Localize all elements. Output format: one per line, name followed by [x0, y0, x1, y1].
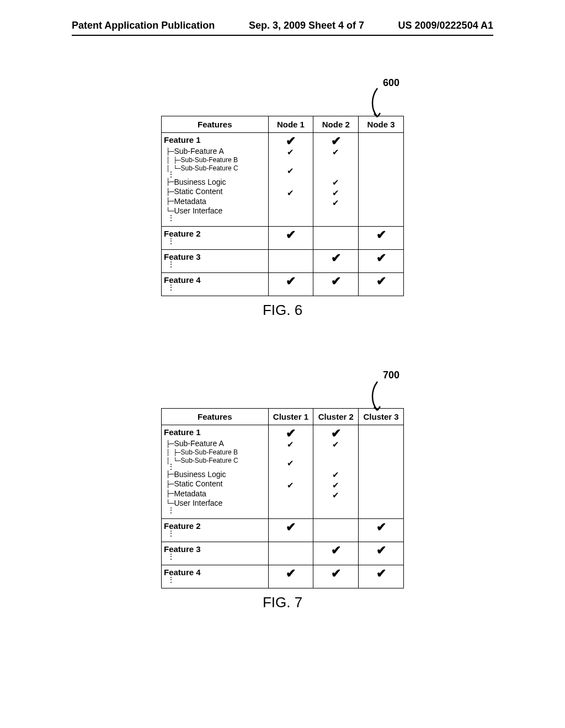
- tree-branch-icon: ├─: [166, 179, 174, 185]
- figure-7: Features Cluster 1 Cluster 2 Cluster 3 F…: [161, 408, 404, 611]
- feature-cluster-table: Features Cluster 1 Cluster 2 Cluster 3 F…: [161, 408, 404, 588]
- checkmark-icon: ✔: [287, 458, 294, 469]
- checkmark-icon: ✔: [286, 274, 296, 288]
- vertical-ellipsis-icon: ⋮: [164, 555, 266, 559]
- cluster-1-checks: ✔ ✔ ✔ ✔: [268, 425, 313, 519]
- checkmark-icon: ✔: [331, 566, 341, 580]
- table-row: Feature 2 ⋮ ✔ ✔: [162, 519, 404, 542]
- feature-4-title: Feature 4: [164, 568, 266, 578]
- vertical-ellipsis-icon: ⋮: [164, 465, 266, 469]
- checkmark-icon: ✔: [376, 251, 386, 265]
- table-row: Feature 2 ⋮ ✔ ✔: [162, 227, 404, 250]
- figure-7-caption: FIG. 7: [161, 594, 404, 611]
- checkmark-icon: ✔: [331, 135, 341, 147]
- col-header-cluster-3: Cluster 3: [359, 409, 404, 425]
- tree-branch-icon: ├─: [166, 481, 174, 488]
- header-center: Sep. 3, 2009 Sheet 4 of 7: [249, 20, 364, 31]
- checkmark-icon: ✔: [376, 566, 386, 580]
- tree-branch-icon: │ ├─: [166, 157, 181, 163]
- metadata: Metadata: [174, 489, 206, 499]
- vertical-ellipsis-icon: ⋮: [164, 532, 266, 536]
- col-header-features: Features: [162, 116, 269, 133]
- figure-6: Features Node 1 Node 2 Node 3 Feature 1 …: [161, 116, 404, 319]
- feature-1-tree: ├─Sub-Feature A │ ├─Sub-Sub-Feature B │ …: [164, 147, 266, 221]
- blank-cell: [268, 542, 313, 565]
- checkmark-icon: ✔: [287, 440, 294, 450]
- table-row: Feature 3 ⋮ ✔ ✔: [162, 542, 404, 565]
- checkmark-icon: ✔: [287, 480, 294, 491]
- blank-cell: [313, 519, 359, 542]
- feature-1-cell: Feature 1 ├─Sub-Feature A │ ├─Sub-Sub-Fe…: [162, 425, 269, 519]
- user-interface: User Interface: [174, 206, 222, 216]
- checkmark-icon: ✔: [286, 566, 296, 580]
- metadata: Metadata: [174, 197, 206, 207]
- business-logic: Business Logic: [174, 178, 226, 188]
- feature-node-table: Features Node 1 Node 2 Node 3 Feature 1 …: [161, 116, 404, 296]
- checkmark-icon: ✔: [287, 166, 294, 176]
- checkmark-icon: ✔: [286, 520, 296, 534]
- checkmark-icon: ✔: [287, 188, 294, 199]
- page-header: Patent Application Publication Sep. 3, 2…: [0, 20, 565, 36]
- checkmark-icon: ✔: [331, 543, 341, 557]
- vertical-ellipsis-icon: ⋮: [164, 578, 266, 582]
- sub-feature-a: Sub-Feature A: [174, 439, 223, 449]
- tree-branch-icon: ├─: [166, 441, 174, 447]
- feature-1-cell: Feature 1 ├─Sub-Feature A │ ├─Sub-Sub-Fe…: [162, 133, 269, 227]
- business-logic: Business Logic: [174, 470, 226, 480]
- col-header-cluster-2: Cluster 2: [313, 409, 359, 425]
- col-header-cluster-1: Cluster 1: [268, 409, 313, 425]
- feature-3-title: Feature 3: [164, 544, 266, 555]
- static-content: Static Content: [174, 187, 222, 197]
- vertical-ellipsis-icon: ⋮: [164, 216, 266, 221]
- cluster-2-checks: ✔ ✔ ✔ ✔ ✔: [313, 425, 359, 519]
- table-row: Feature 1 ├─Sub-Feature A │ ├─Sub-Sub-Fe…: [162, 133, 404, 227]
- blank-cell: [268, 250, 313, 273]
- tree-branch-icon: ├─: [166, 189, 174, 195]
- tree-branch-icon: │ ├─: [166, 449, 181, 456]
- feature-1-tree: ├─Sub-Feature A │ ├─Sub-Sub-Feature B │ …: [164, 439, 266, 513]
- sub-feature-a: Sub-Feature A: [174, 147, 223, 157]
- feature-3-title: Feature 3: [164, 252, 266, 263]
- checkmark-icon: ✔: [287, 147, 294, 158]
- node-3-checks: [359, 133, 404, 227]
- vertical-ellipsis-icon: ⋮: [164, 286, 266, 290]
- header-rule: [72, 35, 493, 36]
- lead-line-arrow-icon: [366, 87, 388, 120]
- checkmark-icon: ✔: [286, 427, 296, 440]
- sub-sub-feature-b: Sub-Sub-Feature B: [181, 448, 238, 457]
- checkmark-icon: ✔: [332, 470, 339, 480]
- tree-branch-icon: ├─: [166, 148, 174, 155]
- node-1-checks: ✔ ✔ ✔ ✔: [268, 133, 313, 227]
- checkmark-icon: ✔: [376, 520, 386, 534]
- checkmark-icon: ✔: [286, 135, 296, 147]
- table-row: Feature 1 ├─Sub-Feature A │ ├─Sub-Sub-Fe…: [162, 425, 404, 519]
- checkmark-icon: ✔: [332, 490, 339, 501]
- user-interface: User Interface: [174, 499, 222, 508]
- tree-branch-icon: ├─: [166, 198, 174, 205]
- cluster-3-checks: [359, 425, 404, 519]
- checkmark-icon: ✔: [376, 543, 386, 557]
- static-content: Static Content: [174, 479, 222, 489]
- sub-sub-feature-c: Sub-Sub-Feature C: [181, 457, 238, 465]
- vertical-ellipsis-icon: ⋮: [164, 239, 266, 244]
- figure-6-caption: FIG. 6: [161, 302, 404, 319]
- checkmark-icon: ✔: [331, 251, 341, 265]
- sub-sub-feature-b: Sub-Sub-Feature B: [181, 156, 238, 164]
- sub-sub-feature-c: Sub-Sub-Feature C: [181, 164, 238, 173]
- table-row: Feature 4 ⋮ ✔ ✔ ✔: [162, 565, 404, 588]
- feature-1-title: Feature 1: [164, 427, 266, 438]
- blank-cell: [313, 227, 359, 250]
- node-2-checks: ✔ ✔ ✔ ✔ ✔: [313, 133, 359, 227]
- checkmark-icon: ✔: [332, 188, 339, 199]
- col-header-node-3: Node 3: [359, 116, 404, 133]
- checkmark-icon: ✔: [332, 178, 339, 188]
- vertical-ellipsis-icon: ⋮: [164, 173, 266, 177]
- vertical-ellipsis-icon: ⋮: [164, 263, 266, 267]
- reference-numeral-700: 700: [383, 370, 399, 381]
- checkmark-icon: ✔: [376, 274, 386, 288]
- feature-2-title: Feature 2: [164, 521, 266, 532]
- col-header-features: Features: [162, 409, 269, 425]
- checkmark-icon: ✔: [332, 440, 339, 450]
- checkmark-icon: ✔: [332, 198, 339, 208]
- table-row: Feature 3 ⋮ ✔ ✔: [162, 250, 404, 273]
